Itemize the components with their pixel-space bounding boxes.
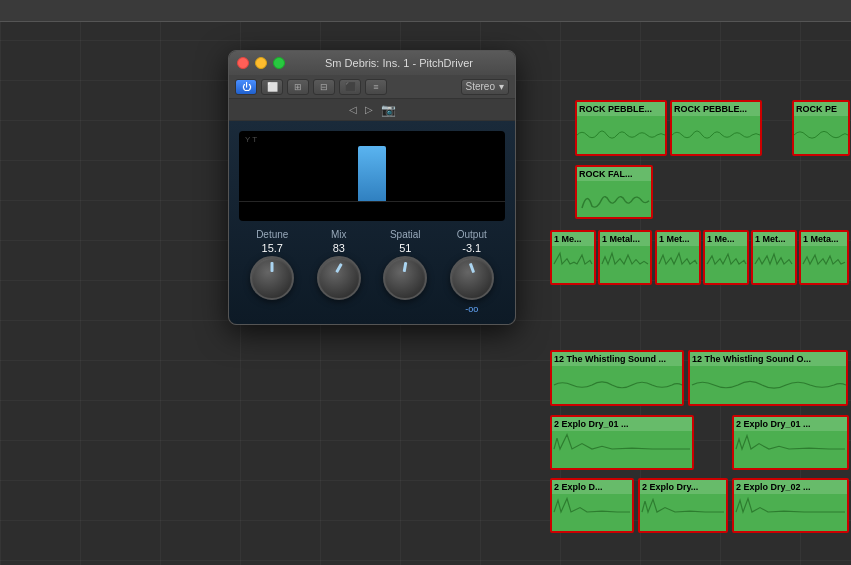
clip-waveform <box>734 431 847 468</box>
pitch-display: Y T <box>239 131 505 221</box>
plugin-titlebar: Sm Debris: Ins. 1 - PitchDriver <box>229 51 515 75</box>
nav-right-arrow[interactable]: ▷ <box>365 104 373 115</box>
clip-waveform <box>577 181 651 217</box>
clip-metal-5[interactable]: 1 Met... <box>751 230 797 285</box>
power-icon: ⏻ <box>242 82 251 92</box>
clip-explo-dry-02-3[interactable]: 2 Explo Dry_02 ... <box>732 478 849 533</box>
clip-rock-pe[interactable]: ROCK PE <box>792 100 850 156</box>
pitch-bar <box>358 146 386 201</box>
clip-waveform <box>690 366 846 404</box>
spatial-knob[interactable] <box>383 256 427 300</box>
stereo-dropdown[interactable]: Stereo ▾ <box>461 79 509 95</box>
clip-waveform <box>552 494 632 531</box>
output-db: -oo <box>465 304 478 314</box>
stereo-label: Stereo <box>466 81 495 92</box>
clip-metal-2[interactable]: 1 Metal... <box>598 230 652 285</box>
clip-label: 12 The Whistling Sound O... <box>690 352 846 366</box>
clip-explo-dry-02-1[interactable]: 2 Explo D... <box>550 478 634 533</box>
clip-label: 2 Explo Dry_01 ... <box>734 417 847 431</box>
clip-explo-dry-02-2[interactable]: 2 Explo Dry... <box>638 478 728 533</box>
detune-value: 15.7 <box>262 242 283 254</box>
toolbar-btn-4[interactable]: ⬛ <box>339 79 361 95</box>
close-button[interactable] <box>237 57 249 69</box>
pitch-display-label: Y T <box>245 135 257 144</box>
power-button[interactable]: ⏻ <box>235 79 257 95</box>
mix-value: 83 <box>333 242 345 254</box>
clip-explo-dry-01-2[interactable]: 2 Explo Dry_01 ... <box>732 415 849 470</box>
clip-label: ROCK FAL... <box>577 167 651 181</box>
clip-waveform <box>600 246 650 283</box>
plugin-window: Sm Debris: Ins. 1 - PitchDriver ⏻ ⬜ ⊞ ⊟ … <box>228 50 516 325</box>
clip-waveform <box>657 246 699 283</box>
clip-metal-4[interactable]: 1 Me... <box>703 230 749 285</box>
clip-label: 1 Meta... <box>801 232 847 246</box>
clip-waveform <box>640 494 726 531</box>
output-group: Output -3.1 -oo <box>450 229 494 314</box>
clip-label: 2 Explo Dry... <box>640 480 726 494</box>
clip-metal-1[interactable]: 1 Me... <box>550 230 596 285</box>
minimize-button[interactable] <box>255 57 267 69</box>
output-value: -3.1 <box>462 242 481 254</box>
fullscreen-button[interactable] <box>273 57 285 69</box>
output-label: Output <box>457 229 487 240</box>
plugin-nav: ◁ ▷ 📷 <box>229 99 515 121</box>
clip-waveform <box>753 246 795 283</box>
camera-icon[interactable]: 📷 <box>381 103 396 117</box>
dropdown-arrow-icon: ▾ <box>499 81 504 92</box>
clip-label: 2 Explo Dry_01 ... <box>552 417 692 431</box>
spatial-group: Spatial 51 <box>383 229 427 300</box>
mix-label: Mix <box>331 229 347 240</box>
clip-waveform <box>672 116 760 154</box>
clip-label: 1 Metal... <box>600 232 650 246</box>
spatial-label: Spatial <box>390 229 421 240</box>
clip-waveform <box>577 116 665 154</box>
clip-label: ROCK PE <box>794 102 848 116</box>
toolbar-btn-5[interactable]: ≡ <box>365 79 387 95</box>
spatial-value: 51 <box>399 242 411 254</box>
nav-left-arrow[interactable]: ◁ <box>349 104 357 115</box>
clip-waveform <box>705 246 747 283</box>
plugin-body: Y T Detune 15.7 Mix 83 Spatial 51 <box>229 121 515 324</box>
clip-label: 2 Explo Dry_02 ... <box>734 480 847 494</box>
clip-label: 2 Explo D... <box>552 480 632 494</box>
clip-label: 1 Me... <box>705 232 747 246</box>
plugin-title: Sm Debris: Ins. 1 - PitchDriver <box>291 57 507 69</box>
clip-label: ROCK PEBBLE... <box>577 102 665 116</box>
clip-label: 1 Met... <box>753 232 795 246</box>
clip-rock-fal[interactable]: ROCK FAL... <box>575 165 653 219</box>
clip-whistling-2[interactable]: 12 The Whistling Sound O... <box>688 350 848 406</box>
clip-waveform <box>794 116 848 154</box>
detune-group: Detune 15.7 <box>250 229 294 300</box>
clip-waveform <box>552 366 682 404</box>
mix-group: Mix 83 <box>317 229 361 300</box>
clip-metal-6[interactable]: 1 Meta... <box>799 230 849 285</box>
clip-waveform <box>552 431 692 468</box>
clip-waveform <box>734 494 847 531</box>
pitch-baseline <box>239 201 505 202</box>
clip-label: 1 Me... <box>552 232 594 246</box>
mix-knob[interactable] <box>317 256 361 300</box>
clip-explo-dry-01-1[interactable]: 2 Explo Dry_01 ... <box>550 415 694 470</box>
plugin-toolbar: ⏻ ⬜ ⊞ ⊟ ⬛ ≡ Stereo ▾ <box>229 75 515 99</box>
clip-metal-3[interactable]: 1 Met... <box>655 230 701 285</box>
clip-whistling-1[interactable]: 12 The Whistling Sound ... <box>550 350 684 406</box>
clip-label: ROCK PEBBLE... <box>672 102 760 116</box>
toolbar-btn-3[interactable]: ⊟ <box>313 79 335 95</box>
detune-knob[interactable] <box>250 256 294 300</box>
clip-waveform <box>801 246 847 283</box>
detune-label: Detune <box>256 229 288 240</box>
controls-row: Detune 15.7 Mix 83 Spatial 51 Output -3.… <box>239 229 505 314</box>
toolbar-btn-1[interactable]: ⬜ <box>261 79 283 95</box>
clip-rock-pebble-1[interactable]: ROCK PEBBLE... <box>575 100 667 156</box>
toolbar-btn-2[interactable]: ⊞ <box>287 79 309 95</box>
clip-label: 1 Met... <box>657 232 699 246</box>
clip-label: 12 The Whistling Sound ... <box>552 352 682 366</box>
clips-area: ROCK PEBBLE... ROCK PEBBLE... ROCK PE RO… <box>540 0 851 565</box>
clip-rock-pebble-2[interactable]: ROCK PEBBLE... <box>670 100 762 156</box>
clip-waveform <box>552 246 594 283</box>
output-knob[interactable] <box>450 256 494 300</box>
